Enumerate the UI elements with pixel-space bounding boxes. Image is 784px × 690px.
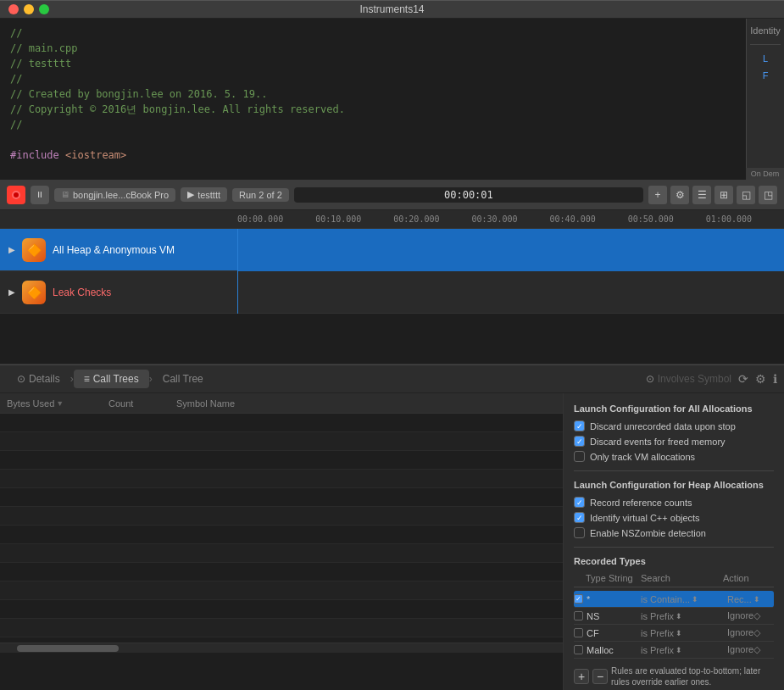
view-toggle-1[interactable]: ◱ bbox=[737, 186, 755, 204]
rt-col-search: Search bbox=[641, 573, 723, 583]
gear-icon[interactable]: ⚙ bbox=[755, 372, 766, 386]
instrument-left-1: ▶ 🔶 Leak Checks bbox=[0, 281, 237, 304]
check-icon: ✓ bbox=[576, 498, 583, 507]
action-value-3: Ignore◇ bbox=[727, 644, 760, 655]
refresh-icon[interactable]: ⟳ bbox=[738, 372, 748, 386]
rt-checkbox-1[interactable] bbox=[574, 611, 583, 620]
identity-f[interactable]: F bbox=[763, 70, 769, 81]
run-label: Run 2 of 2 bbox=[239, 190, 282, 200]
window-title: Instruments14 bbox=[359, 3, 424, 15]
rt-action-0: Rec... ⬍ bbox=[727, 594, 774, 604]
title-bar: Instruments14 bbox=[0, 0, 784, 19]
instrument-icon-1: 🔶 bbox=[22, 281, 46, 304]
sort-arrow: ▼ bbox=[56, 399, 64, 408]
rt-row-1[interactable]: NS is Prefix ⬍ Ignore◇ bbox=[574, 608, 774, 625]
rt-checkbox-0[interactable]: ✓ bbox=[574, 594, 583, 604]
stepper-1[interactable]: ⬍ bbox=[676, 612, 682, 620]
add-type-button[interactable]: + bbox=[574, 669, 589, 684]
record-button[interactable] bbox=[7, 186, 25, 204]
ruler-mark-1: 00:10.000 bbox=[315, 214, 393, 224]
tab-call-trees[interactable]: ≡ Call Trees bbox=[74, 370, 149, 388]
call-trees-label: Call Trees bbox=[93, 373, 139, 385]
add-instrument-button[interactable]: + bbox=[648, 186, 667, 204]
config-item-4: ✓ Identify virtual C++ objects bbox=[574, 512, 774, 523]
search-placeholder[interactable]: Involves Symbol bbox=[658, 373, 731, 385]
code-editor-container: // // main.cpp // testttt // // Created … bbox=[0, 19, 784, 180]
table-row bbox=[0, 470, 563, 488]
tab-details[interactable]: ⊙ Details bbox=[7, 370, 70, 388]
action-value-2: Ignore◇ bbox=[727, 627, 760, 638]
details-label: Details bbox=[29, 373, 60, 385]
table-row bbox=[0, 432, 563, 451]
stepper-0[interactable]: ⬍ bbox=[692, 595, 698, 604]
stepper-action-0[interactable]: ⬍ bbox=[753, 595, 760, 604]
stepper-2[interactable]: ⬍ bbox=[676, 629, 682, 637]
target-selector[interactable]: ▶ testttt bbox=[181, 187, 227, 202]
rt-checkbox-2[interactable] bbox=[574, 628, 583, 637]
col-count[interactable]: Count bbox=[108, 398, 176, 409]
instrument-row-1[interactable]: ▶ 🔶 Leak Checks bbox=[0, 271, 784, 314]
checkbox-only-vm[interactable] bbox=[574, 451, 585, 462]
code-line: // main.cpp bbox=[10, 41, 736, 56]
rt-action-1: Ignore◇ bbox=[727, 610, 774, 621]
expand-arrow-1[interactable]: ▶ bbox=[8, 287, 15, 297]
config-divider-1 bbox=[574, 470, 774, 471]
settings-button[interactable]: ⚙ bbox=[670, 186, 689, 204]
rt-col-type: Type String bbox=[586, 573, 641, 583]
list-view-button[interactable]: ☰ bbox=[692, 186, 711, 204]
run-info: Run 2 of 2 bbox=[232, 188, 289, 202]
info-icon[interactable]: ℹ bbox=[773, 372, 777, 386]
config-item-1: ✓ Discard events for freed memory bbox=[574, 436, 774, 447]
config-label-4: Identify virtual C++ objects bbox=[590, 513, 700, 523]
checkbox-discard-unrecorded[interactable]: ✓ bbox=[574, 420, 585, 431]
stepper-3[interactable]: ⬍ bbox=[676, 646, 682, 654]
table-row bbox=[0, 563, 563, 581]
minimize-button[interactable] bbox=[24, 4, 34, 14]
grid-view-button[interactable]: ⊞ bbox=[714, 186, 733, 204]
table-row bbox=[0, 414, 563, 432]
code-line: // Created by bongjin.lee on 2016. 5. 19… bbox=[10, 86, 736, 102]
identity-l[interactable]: L bbox=[763, 53, 768, 64]
search-icon: ⊙ bbox=[646, 373, 654, 385]
instrument-icon-0: 🔶 bbox=[22, 238, 46, 262]
col-symbol[interactable]: Symbol Name bbox=[176, 398, 556, 409]
config-label-3: Record reference counts bbox=[590, 498, 692, 508]
instruments-area: ▶ 🔶 All Heap & Anonymous VM ▶ 🔶 Leak Che… bbox=[0, 229, 784, 364]
instrument-row-0[interactable]: ▶ 🔶 All Heap & Anonymous VM bbox=[0, 229, 784, 271]
horizontal-scrollbar[interactable] bbox=[0, 643, 563, 653]
code-editor[interactable]: // // main.cpp // testttt // // Created … bbox=[0, 19, 746, 180]
col-bytes-used[interactable]: Bytes Used ▼ bbox=[7, 398, 108, 409]
code-line bbox=[10, 132, 736, 147]
search-value-1: is Prefix bbox=[641, 611, 674, 621]
tab-call-tree[interactable]: Call Tree bbox=[153, 370, 214, 388]
rt-row-0[interactable]: ✓ * is Contain... ⬍ Rec... ⬍ bbox=[574, 591, 774, 608]
scrollbar-thumb[interactable] bbox=[17, 645, 119, 652]
main-content: Bytes Used ▼ Count Symbol Name bbox=[0, 393, 784, 690]
checkbox-discard-freed[interactable]: ✓ bbox=[574, 436, 585, 447]
config-item-5: Enable NSZombie detection bbox=[574, 527, 774, 538]
table-header: Bytes Used ▼ Count Symbol Name bbox=[0, 393, 563, 414]
identity-panel: Identity L F On Dem bbox=[746, 19, 784, 180]
checkbox-virtual-cpp[interactable]: ✓ bbox=[574, 512, 585, 523]
checkbox-ref-counts[interactable]: ✓ bbox=[574, 497, 585, 508]
rt-row-3[interactable]: Malloc is Prefix ⬍ Ignore◇ bbox=[574, 642, 774, 659]
instrument-name-0: All Heap & Anonymous VM bbox=[53, 244, 175, 256]
rt-checkbox-3[interactable] bbox=[574, 645, 583, 654]
close-button[interactable] bbox=[8, 4, 19, 14]
rt-action-3: Ignore◇ bbox=[727, 644, 774, 655]
view-toggle-2[interactable]: ◳ bbox=[759, 186, 777, 204]
device-selector[interactable]: 🖥 bongjin.lee...cBook Pro bbox=[54, 188, 175, 202]
table-row bbox=[0, 619, 563, 637]
checkbox-nszombie[interactable] bbox=[574, 527, 585, 538]
maximize-button[interactable] bbox=[39, 4, 49, 14]
table-row bbox=[0, 581, 563, 600]
expand-arrow-0[interactable]: ▶ bbox=[8, 245, 15, 254]
instrument-chart-0 bbox=[237, 229, 784, 271]
rt-row-2[interactable]: CF is Prefix ⬍ Ignore◇ bbox=[574, 625, 774, 642]
action-value-0: Rec... bbox=[727, 594, 752, 604]
pause-button[interactable]: ⏸ bbox=[31, 186, 49, 204]
toolbar-right-controls: + ⚙ ☰ ⊞ ◱ ◳ bbox=[648, 186, 777, 204]
tab-search: ⊙ Involves Symbol bbox=[646, 373, 731, 385]
config-label-2: Only track VM allocations bbox=[590, 452, 695, 462]
remove-type-button[interactable]: − bbox=[592, 669, 608, 684]
